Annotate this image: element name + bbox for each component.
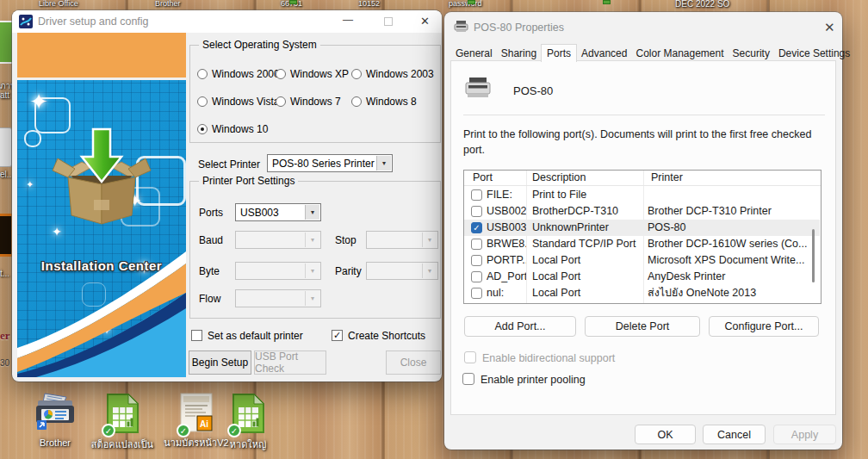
desktop-icon-calc-2[interactable]: ✓ หาดใหญ่ [214,393,282,450]
tab-general[interactable]: General [451,46,497,62]
col-header-printer: Printer [651,171,683,183]
radio-windows-vista[interactable] [197,96,208,107]
ports-select[interactable]: USB003 ▾ [235,203,321,221]
scrollbar-thumb[interactable] [812,229,815,282]
radio-windows-8[interactable] [351,96,362,107]
bidirectional-label: Enable bidirectional support [482,352,615,364]
minimize-button[interactable]: — [343,14,353,26]
radio-label: Windows XP [290,68,349,80]
tab-color-management[interactable]: Color Management [631,46,728,62]
add-port-button[interactable]: Add Port... [464,316,576,337]
radio-label: Windows Vista [212,96,279,108]
window-title: Driver setup and config [38,16,149,28]
ports-select-value: USB003 [240,207,279,219]
check-badge-icon: ✓ [227,424,241,437]
window-title: POS-80 Properties [474,22,564,34]
port-checkbox[interactable] [471,206,482,217]
banner-orange-block [17,33,186,78]
table-row[interactable]: FILE: Print to File [464,187,820,203]
desktop-icon-calc-1[interactable]: ✓ สต็อคแปลงเป็น [88,393,157,450]
table-row[interactable]: PORTP... Local Port Microsoft XPS Docume… [464,252,820,269]
table-row[interactable]: nul: Local Port ส่งไปยัง OneNote 2013 [464,285,820,301]
tab-security[interactable]: Security [728,46,774,62]
close-button[interactable]: ✕ [824,20,835,35]
close-dialog-button: Close [386,350,441,375]
close-button[interactable]: ✕ [420,15,430,28]
desktop-icon-label: t... [0,269,9,278]
table-row[interactable]: BRWE8... Standard TCP/IP Port Brother DC… [464,236,820,252]
select-printer-label: Select Printer [198,158,260,171]
desktop-icon-label: er [0,329,10,343]
radio-windows-2000[interactable] [197,69,208,79]
printer-name: POS-80 [513,84,553,97]
port-checkbox[interactable] [471,288,482,299]
divider [463,115,825,115]
parity-label: Parity [335,265,362,277]
desktop-icon-label: Brother [155,0,181,8]
cut-off-icon [468,0,475,4]
ports-description: Print to the following port(s). Document… [463,127,823,158]
pos80-properties-window: POS-80 Properties ✕ General Sharing Port… [444,12,842,450]
port-checkbox[interactable] [471,189,482,201]
install-box-icon [46,127,158,233]
create-shortcuts-label: Create Shortcuts [348,330,425,342]
chevron-down-icon: ▾ [376,156,391,171]
radio-label: Windows 8 [366,96,417,108]
radio-windows-10[interactable] [197,124,208,134]
baud-select: ▾ [235,231,321,249]
default-printer-checkbox[interactable] [191,330,202,341]
check-badge-icon: ✓ [177,424,190,437]
desktop-icon-label: att [0,90,9,100]
stop-label: Stop [335,234,356,246]
tab-sharing[interactable]: Sharing [497,46,541,62]
table-row-selected[interactable]: ✓ USB003 UnknownPrinter POS-80 [464,220,820,236]
cancel-button[interactable]: Cancel [703,425,766,444]
chevron-down-icon: ▾ [305,264,319,278]
radio-windows-7[interactable] [276,96,286,107]
radio-windows-xp[interactable] [276,69,286,79]
libreoffice-calc-icon: ✓ [231,393,265,436]
parity-select: ▾ [366,262,438,280]
chevron-down-icon: ▾ [422,264,437,278]
radio-windows-2003[interactable] [351,69,362,79]
create-shortcuts-checkbox[interactable]: ✓ [332,330,343,341]
groupbox-title: Printer Port Settings [199,175,298,187]
port-checkbox-checked[interactable]: ✓ [471,222,482,233]
desktop-icon-brother[interactable]: Brother [21,393,90,448]
col-header-description: Description [532,171,586,183]
banner-blue-area: ✦ ✦ ✦ ✦ ✦ ✦ [17,80,186,377]
port-checkbox[interactable] [471,271,482,282]
tab-ports[interactable]: Ports [541,44,577,62]
default-printer-label: Set as default printer [208,330,303,342]
port-checkbox[interactable] [471,255,482,266]
driver-setup-window: Driver setup and config — ✕ ✦ ✦ ✦ ✦ ✦ ✦ [12,10,442,381]
libreoffice-calc-icon: ✓ [105,393,140,436]
printer-pooling-checkbox[interactable] [462,373,474,385]
desktop-icon-label: Libre Office [39,0,78,8]
desktop-icon-label: 10152 [358,0,380,8]
cut-off-icon [603,0,611,4]
port-checkbox[interactable] [471,239,482,250]
begin-setup-button[interactable]: Begin Setup [189,350,251,375]
ok-button[interactable]: OK [635,425,696,444]
printer-select[interactable]: POS-80 Series Printer ▾ [267,154,393,172]
flow-label: Flow [199,293,220,305]
table-row[interactable]: AD_Port Local Port AnyDesk Printer [464,269,820,285]
printer-pooling-label: Enable printer pooling [480,374,586,386]
col-header-port: Port [473,171,493,183]
ports-tab-page: POS-80 Print to the following port(s). D… [450,60,836,415]
tab-device-settings[interactable]: Device Settings [774,46,854,62]
ports-label: Ports [199,207,223,219]
configure-port-button[interactable]: Configure Port... [709,316,819,337]
tab-strip: General Sharing Ports Advanced Color Man… [451,44,854,62]
desktop-icon-label: สต็อคแปลงเป็น [88,439,157,450]
tab-advanced[interactable]: Advanced [577,46,631,62]
printer-icon [454,21,468,35]
maximize-button[interactable] [384,17,393,26]
sparkle-icon: ✦ [26,179,34,190]
delete-port-button[interactable]: Delete Port [585,316,700,337]
banner-swoosh [17,248,186,377]
cut-off-icon [0,127,12,167]
chevron-down-icon: ▾ [422,233,437,247]
table-row[interactable]: USB002 BrotherDCP-T310 Brother DCP-T310 … [464,203,820,220]
